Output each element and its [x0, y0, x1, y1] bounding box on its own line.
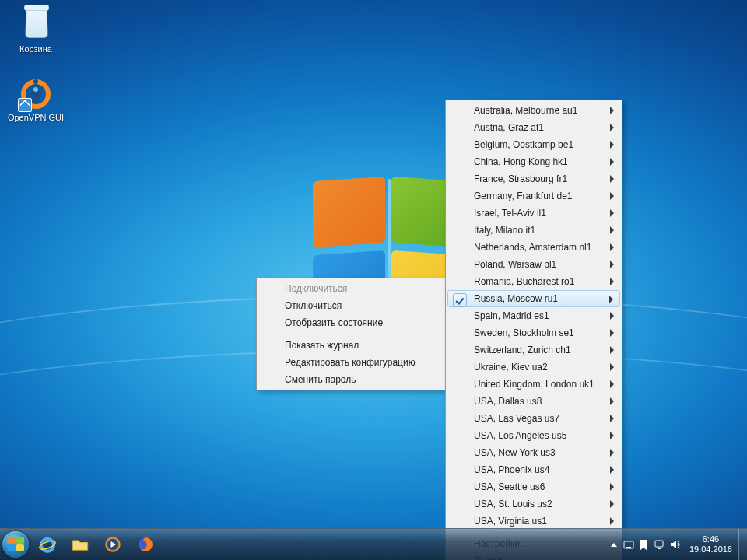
submenu-arrow-icon: [610, 107, 614, 114]
submenu-arrow-icon: [610, 466, 614, 474]
menu-item-label: Romania, Bucharest ro1: [474, 276, 574, 287]
server-menu-item[interactable]: USA, Phoenix us4: [447, 461, 620, 478]
menu-item-label: USA, Los Angeles us5: [474, 430, 566, 441]
submenu-arrow-icon: [610, 243, 614, 251]
server-menu-item[interactable]: USA, Los Angeles us5: [447, 427, 620, 444]
server-menu-item[interactable]: Romania, Bucharest ro1: [447, 273, 620, 290]
submenu-arrow-icon: [610, 329, 614, 337]
menu-item-label: Australia, Melbourne au1: [474, 105, 577, 116]
server-menu-item[interactable]: USA, Virginia us1: [447, 513, 620, 530]
tray-network-icon[interactable]: [652, 533, 668, 556]
submenu-arrow-icon: [610, 141, 614, 149]
taskbar-clock[interactable]: 6:46 19.04.2016: [683, 534, 738, 555]
folder-icon: [70, 534, 90, 555]
server-menu-item[interactable]: Ukraine, Kiev ua2: [447, 359, 620, 376]
server-menu-item[interactable]: Israel, Tel-Aviv il1: [447, 205, 620, 222]
recycle-bin-label: Корзина: [6, 44, 65, 54]
menu-item-label: Austria, Graz at1: [474, 122, 544, 133]
server-menu-item[interactable]: USA, Las Vegas us7: [447, 410, 620, 427]
server-menu-item[interactable]: Poland, Warsaw pl1: [447, 256, 620, 273]
menu-item-label: United Kingdom, London uk1: [474, 379, 594, 390]
server-menu-item[interactable]: USA, New York us3: [447, 444, 620, 461]
submenu-arrow-icon: [610, 346, 614, 354]
menu-item-label: Germany, Frankfurt de1: [474, 191, 573, 201]
submenu-item[interactable]: Редактировать конфигурацию: [258, 354, 445, 371]
submenu-arrow-icon: [610, 415, 614, 422]
svg-rect-7: [655, 541, 663, 547]
menu-item-label: Подключиться: [285, 283, 347, 294]
server-menu-item[interactable]: USA, Seattle us6: [447, 478, 620, 495]
trash-icon: [19, 5, 52, 42]
menu-item-label: France, Strasbourg fr1: [474, 173, 567, 184]
menu-item-label: USA, St. Louis us2: [474, 499, 552, 509]
submenu-arrow-icon: [610, 380, 614, 388]
system-tray: 6:46 19.04.2016: [607, 529, 747, 560]
menu-item-label: Отключиться: [285, 300, 342, 311]
menu-item-label: USA, Dallas us8: [474, 396, 542, 407]
submenu-arrow-icon: [610, 432, 614, 439]
pinned-ie[interactable]: [32, 532, 63, 557]
submenu-item: Подключиться: [258, 280, 445, 297]
submenu-item[interactable]: Показать журнал: [258, 337, 445, 354]
clock-time: 6:46: [689, 534, 732, 544]
menu-item-label: Russia, Moscow ru1: [474, 293, 558, 304]
submenu-arrow-icon: [610, 175, 614, 183]
submenu-arrow-icon: [610, 517, 614, 525]
show-desktop-button[interactable]: [738, 529, 747, 560]
submenu-arrow-icon: [610, 449, 614, 457]
openvpn-context-menu: Australia, Melbourne au1Austria, Graz at…: [445, 100, 622, 560]
menu-item-label: Spain, Madrid es1: [474, 310, 549, 321]
server-menu-item[interactable]: Italy, Milano it1: [447, 222, 620, 239]
submenu-item[interactable]: Отобразить состояние: [258, 314, 445, 331]
server-menu-item[interactable]: Netherlands, Amsterdam nl1: [447, 239, 620, 256]
submenu-arrow-icon: [610, 397, 614, 405]
tray-openvpn-icon[interactable]: [621, 533, 637, 556]
clock-date: 19.04.2016: [689, 544, 732, 555]
server-menu-item[interactable]: Sweden, Stockholm se1: [447, 324, 620, 341]
menu-item-label: Belgium, Oostkamp be1: [474, 139, 573, 150]
recycle-bin-icon[interactable]: Корзина: [6, 5, 65, 54]
server-menu-item[interactable]: USA, Dallas us8: [447, 393, 620, 410]
menu-item-label: USA, Seattle us6: [474, 481, 545, 492]
server-menu-item[interactable]: China, Hong Kong hk1: [447, 153, 620, 170]
menu-item-label: Switzerland, Zurich ch1: [474, 345, 571, 355]
submenu-arrow-icon: [610, 209, 614, 217]
server-menu-item[interactable]: Belgium, Oostkamp be1: [447, 136, 620, 153]
start-button[interactable]: [0, 529, 31, 560]
menu-item-label: Ukraine, Kiev ua2: [474, 362, 548, 373]
pinned-wmp[interactable]: [97, 532, 128, 557]
openvpn-icon: [19, 78, 52, 110]
server-menu-item[interactable]: USA, St. Louis us2: [447, 495, 620, 513]
server-menu-item[interactable]: Australia, Melbourne au1: [447, 102, 620, 119]
menu-item-label: China, Hong Kong hk1: [474, 156, 568, 167]
tray-action-center-icon[interactable]: [637, 533, 652, 556]
tray-volume-icon[interactable]: [668, 533, 683, 556]
menu-separator: [302, 334, 444, 334]
submenu-item[interactable]: Сменить пароль: [258, 371, 445, 388]
server-menu-item[interactable]: France, Strasbourg fr1: [447, 170, 620, 187]
desktop[interactable]: Корзина OpenVPN GUI ПодключитьсяОтключит…: [0, 0, 747, 560]
menu-item-label: Редактировать конфигурацию: [285, 357, 416, 368]
pinned-explorer[interactable]: [65, 532, 96, 557]
submenu-arrow-icon: [610, 500, 614, 508]
menu-item-label: Israel, Tel-Aviv il1: [474, 208, 546, 219]
windows-orb-icon: [2, 531, 29, 558]
submenu-arrow-icon: [609, 296, 613, 303]
submenu-item[interactable]: Отключиться: [258, 297, 445, 314]
pinned-firefox[interactable]: [130, 532, 161, 557]
submenu-arrow-icon: [610, 226, 614, 234]
server-menu-item[interactable]: United Kingdom, London uk1: [447, 376, 620, 393]
openvpn-shortcut[interactable]: OpenVPN GUI: [6, 78, 65, 122]
submenu-arrow-icon: [610, 312, 614, 320]
submenu-arrow-icon: [610, 124, 614, 131]
menu-item-label: USA, New York us3: [474, 447, 556, 458]
server-menu-item[interactable]: Russia, Moscow ru1: [447, 290, 620, 307]
server-menu-item[interactable]: Germany, Frankfurt de1: [447, 187, 620, 205]
taskbar: 6:46 19.04.2016: [0, 528, 747, 560]
server-menu-item[interactable]: Spain, Madrid es1: [447, 307, 620, 324]
menu-item-label: Отобразить состояние: [285, 317, 383, 328]
tray-overflow-button[interactable]: [607, 533, 621, 556]
server-menu-item[interactable]: Austria, Graz at1: [447, 119, 620, 136]
menu-item-label: Показать журнал: [285, 340, 359, 351]
server-menu-item[interactable]: Switzerland, Zurich ch1: [447, 341, 620, 359]
